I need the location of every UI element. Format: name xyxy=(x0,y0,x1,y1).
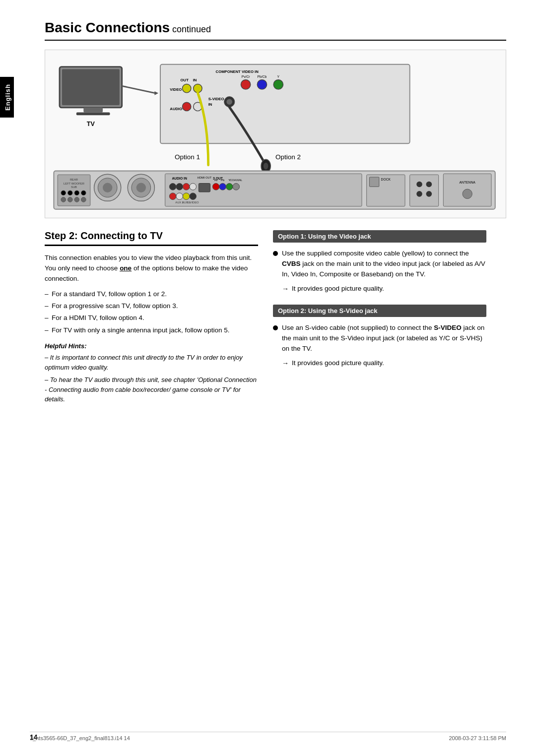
title-main: Basic Connections xyxy=(45,20,170,35)
svg-text:AUDIO: AUDIO xyxy=(170,107,182,111)
svg-point-54 xyxy=(183,184,190,190)
svg-text:S-VIDEO: S-VIDEO xyxy=(187,201,199,204)
option-list-item: For a progressive scan TV, follow option… xyxy=(45,301,258,311)
hint-2: – To hear the TV audio through this unit… xyxy=(45,375,258,404)
svg-text:IN: IN xyxy=(208,102,212,107)
svg-point-65 xyxy=(233,184,240,190)
footer-left: 1_hts3565-66D_37_eng2_final813.i14 14 xyxy=(30,735,130,741)
svg-point-57 xyxy=(176,193,183,200)
svg-text:Pv/Cr: Pv/Cr xyxy=(242,75,251,78)
svg-rect-76 xyxy=(410,175,439,206)
svg-text:SUB: SUB xyxy=(71,186,77,189)
svg-text:AUDIO IN: AUDIO IN xyxy=(172,177,187,180)
svg-text:S-VIDEO: S-VIDEO xyxy=(208,97,224,101)
svg-text:COAXIAL: COAXIAL xyxy=(230,179,243,182)
svg-point-22 xyxy=(226,99,232,105)
hint-1: – It is important to connect this unit d… xyxy=(45,353,258,372)
svg-point-80 xyxy=(426,191,432,197)
page-title: Basic Connections continued xyxy=(45,20,506,41)
svg-point-38 xyxy=(67,197,72,202)
svg-point-12 xyxy=(257,80,267,89)
svg-rect-3 xyxy=(76,113,110,116)
svg-text:Y: Y xyxy=(277,75,280,78)
option2-text: Use an S-video cable (not supplied) to c… xyxy=(282,323,486,354)
svg-rect-74 xyxy=(369,177,379,187)
svg-point-45 xyxy=(103,183,112,192)
svg-text:Av: Av xyxy=(214,179,218,182)
svg-marker-5 xyxy=(154,91,158,95)
connection-diagram: TV COMPONENT VIDEO IN Pv/Cr Pb/Cb Y OUT … xyxy=(45,50,506,218)
option2-arrow: → It provides good picture quality. xyxy=(282,359,486,367)
option-list-item: For a HDMI TV, follow option 4. xyxy=(45,313,258,323)
option1-arrow: → It provides good picture quality. xyxy=(282,285,486,293)
footer-right: 2008-03-27 3:11:58 PM xyxy=(449,735,506,741)
svg-point-24 xyxy=(182,102,191,111)
svg-point-13 xyxy=(273,80,283,89)
arrow-icon: → xyxy=(282,285,289,293)
svg-point-41 xyxy=(81,190,86,195)
svg-text:Pb: Pb xyxy=(221,179,224,182)
svg-text:TV: TV xyxy=(87,121,95,127)
svg-point-58 xyxy=(183,193,190,200)
svg-point-36 xyxy=(61,197,66,202)
option-list-item: For a standard TV, follow option 1 or 2. xyxy=(45,289,258,299)
svg-point-55 xyxy=(190,184,197,190)
option2-arrow-text: It provides good picture quality. xyxy=(292,359,384,367)
svg-point-48 xyxy=(136,183,146,192)
right-column: Option 1: Using the Video jack Use the s… xyxy=(273,230,486,407)
svg-point-35 xyxy=(61,190,66,195)
options-list: For a standard TV, follow option 1 or 2.… xyxy=(45,289,258,335)
step-heading: Step 2: Connecting to TV xyxy=(45,230,258,246)
language-tab: English xyxy=(0,77,14,118)
bullet-dot xyxy=(273,325,278,330)
svg-point-78 xyxy=(426,182,432,188)
svg-text:Pb/Cb: Pb/Cb xyxy=(258,75,267,78)
option1-heading: Option 1: Using the Video jack xyxy=(273,230,486,243)
svg-point-39 xyxy=(74,190,79,195)
svg-text:VIDEO: VIDEO xyxy=(170,87,182,92)
option2-heading: Option 2: Using the S-Video jack xyxy=(273,305,486,317)
svg-point-63 xyxy=(219,184,226,190)
svg-point-79 xyxy=(416,191,422,197)
helpful-hints-title: Helpful Hints: xyxy=(45,341,258,351)
option-list-item: For TV with only a single antenna input … xyxy=(45,325,258,335)
diagram-svg: TV COMPONENT VIDEO IN Pv/Cr Pb/Cb Y OUT … xyxy=(45,50,506,218)
svg-text:COMPONENT VIDEO IN: COMPONENT VIDEO IN xyxy=(216,69,259,74)
svg-text:ANTENNA: ANTENNA xyxy=(460,181,476,184)
svg-point-27 xyxy=(264,163,268,170)
page-footer: 1_hts3565-66D_37_eng2_final813.i14 14 20… xyxy=(30,732,506,741)
svg-text:LEFT WOOFER: LEFT WOOFER xyxy=(64,182,84,185)
option1-bullet: Use the supplied composite video cable (… xyxy=(273,249,486,280)
svg-text:Option 2: Option 2 xyxy=(275,153,301,161)
svg-point-56 xyxy=(169,193,176,200)
title-continued: continued xyxy=(170,24,211,34)
left-column: Step 2: Connecting to TV This connection… xyxy=(45,230,258,407)
svg-text:HDMI OUT: HDMI OUT xyxy=(198,176,212,179)
svg-rect-2 xyxy=(83,108,103,113)
svg-point-18 xyxy=(194,84,202,92)
option2-section: Option 2: Using the S-Video jack Use an … xyxy=(273,305,486,367)
svg-point-37 xyxy=(67,190,72,195)
svg-point-62 xyxy=(212,184,219,190)
svg-text:REAR: REAR xyxy=(70,178,78,181)
option1-section: Option 1: Using the Video jack Use the s… xyxy=(273,230,486,293)
svg-point-11 xyxy=(241,80,250,89)
arrow-icon: → xyxy=(282,359,289,367)
svg-point-53 xyxy=(176,184,183,190)
option1-arrow-text: It provides good picture quality. xyxy=(292,285,384,292)
svg-point-42 xyxy=(81,197,86,202)
svg-point-77 xyxy=(416,182,422,188)
option2-bullet: Use an S-video cable (not supplied) to c… xyxy=(273,323,486,354)
svg-text:Option 1: Option 1 xyxy=(175,153,200,161)
main-content: Step 2: Connecting to TV This connection… xyxy=(45,230,506,407)
svg-point-83 xyxy=(463,189,472,198)
bullet-dot xyxy=(273,251,278,256)
svg-text:IN: IN xyxy=(193,78,197,82)
step-intro: This connection enables you to view the … xyxy=(45,253,258,284)
svg-point-40 xyxy=(74,197,79,202)
svg-point-59 xyxy=(190,193,197,200)
svg-text:DOCK: DOCK xyxy=(381,178,391,181)
svg-rect-60 xyxy=(199,184,210,192)
svg-point-64 xyxy=(226,184,233,190)
svg-rect-1 xyxy=(62,69,120,106)
